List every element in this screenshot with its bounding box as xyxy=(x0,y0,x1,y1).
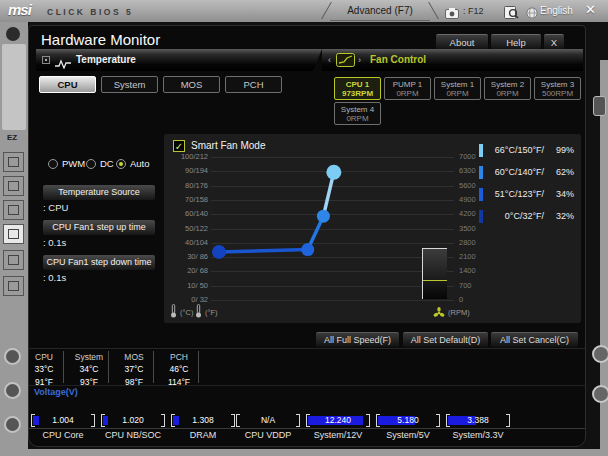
tab-mos[interactable]: MOS xyxy=(163,76,220,93)
fan-footer-buttons: All Full Speed(F)All Set Default(D)All S… xyxy=(29,332,585,348)
sidebar-bios-icon[interactable] xyxy=(3,276,24,296)
radio-circle-icon xyxy=(86,159,96,169)
advanced-mode-button[interactable]: Advanced (F7) xyxy=(330,0,430,21)
temp-sensor-name: PCH xyxy=(159,352,199,362)
right-edge-knob xyxy=(592,345,608,363)
tab-system[interactable]: System xyxy=(101,76,158,93)
voltage-section-title: Voltage(V) xyxy=(34,387,78,397)
divider xyxy=(29,385,585,386)
top-bar: msi CLICK BIOS 5 Advanced (F7) : F12 Eng… xyxy=(0,0,608,22)
step-down-time-button[interactable]: CPU Fan1 step down time xyxy=(43,255,155,270)
camera-icon[interactable] xyxy=(445,5,459,23)
sidebar-monitor-icon[interactable] xyxy=(3,152,24,172)
fan-curve-point-2[interactable] xyxy=(301,243,314,256)
globe-icon[interactable] xyxy=(526,5,538,23)
rpm-indicator-bar xyxy=(422,248,447,299)
fan-name: System 3 xyxy=(535,80,580,89)
sidebar-dial-icon xyxy=(4,348,21,365)
divider xyxy=(108,351,109,383)
search-icon[interactable] xyxy=(504,5,519,23)
fan-rpm: 973RPM xyxy=(335,89,380,98)
fan-curve-point-1[interactable] xyxy=(212,245,226,259)
tab-cpu[interactable]: CPU xyxy=(39,76,96,93)
dialog-close-button[interactable]: X xyxy=(544,34,564,49)
sidebar-fan-icon[interactable] xyxy=(3,224,24,244)
temp-celsius-value: 46°C xyxy=(159,364,199,374)
voltage-value: 1.020 xyxy=(102,414,164,427)
temperature-source-value: : CPU xyxy=(43,202,68,213)
temp-column-system: System34°C93°F xyxy=(69,352,109,387)
fan-rpm: 0RPM xyxy=(435,89,480,98)
radio-auto[interactable]: Auto xyxy=(116,154,150,166)
fan-rpm: 0RPM xyxy=(335,114,380,123)
sidebar-keyboard-icon[interactable] xyxy=(3,176,24,196)
divider xyxy=(198,351,199,383)
sidebar-drive-icon[interactable] xyxy=(3,200,24,220)
sidebar-board-icon[interactable] xyxy=(3,250,24,270)
temperature-source-button[interactable]: Temperature Source xyxy=(43,185,155,200)
footer-button-all-set-default-d-[interactable]: All Set Default(D) xyxy=(403,332,488,347)
footer-button-all-set-cancel-c-[interactable]: All Set Cancel(C) xyxy=(491,332,578,347)
step-up-time-button[interactable]: CPU Fan1 step up time xyxy=(43,220,155,235)
fan-button-system-2[interactable]: System 20RPM xyxy=(484,77,531,100)
temperature-section-header[interactable]: Temperature xyxy=(36,49,322,71)
fan-button-cpu-1[interactable]: CPU 1973RPM xyxy=(334,77,381,100)
temp-celsius-value: 33°C xyxy=(24,364,64,374)
tab-pch[interactable]: PCH xyxy=(225,76,282,93)
ez-mode-label: EZ xyxy=(7,133,17,142)
fan-button-system-1[interactable]: System 10RPM xyxy=(434,77,481,100)
celsius-unit-label: (°C) xyxy=(180,308,193,317)
temp-sensor-name: CPU xyxy=(24,352,64,362)
curve-table-row: 0°C/32°F/32% xyxy=(164,209,581,225)
fan-curve-icon xyxy=(336,53,355,71)
right-edge-slot xyxy=(593,96,606,116)
phone-icon xyxy=(6,27,20,41)
radio-pwm[interactable]: PWM xyxy=(48,154,85,166)
msi-logo: msi xyxy=(8,1,31,18)
temp-celsius-value: 34°C xyxy=(69,364,109,374)
radio-dc[interactable]: DC xyxy=(86,154,114,166)
fan-control-section-header[interactable]: ‹ › Fan Control xyxy=(322,49,583,71)
fan-button-pump-1[interactable]: PUMP 10RPM xyxy=(384,77,431,100)
language-selector[interactable]: English xyxy=(540,5,573,16)
curve-table-row: 51°C/123°F/34% xyxy=(164,187,581,203)
curve-table-row: 60°C/140°F/62% xyxy=(164,165,581,181)
temperature-section-label: Temperature xyxy=(76,54,136,65)
fan-selector-grid: CPU 1973RPMPUMP 10RPMSystem 10RPMSystem … xyxy=(334,77,584,127)
voltage-label: CPU Core xyxy=(23,430,103,440)
step-down-time-value: : 0.1s xyxy=(43,272,66,283)
fan-button-system-4[interactable]: System 40RPM xyxy=(334,102,381,125)
sidebar-dial-icon xyxy=(4,416,21,433)
voltage-label: CPU NB/SOC xyxy=(93,430,173,440)
curve-temp-label: 0°C/32°F/ xyxy=(489,211,544,221)
hardware-monitor-dialog: Hardware Monitor About Help X Temperatur… xyxy=(28,25,586,447)
temp-axis-tick: 30/ 86 xyxy=(166,252,208,261)
fan-button-system-3[interactable]: System 3500RPM xyxy=(534,77,581,100)
background-sidebar: EZ xyxy=(0,22,28,456)
curve-duty-percent: 32% xyxy=(547,211,574,221)
bios-screen: msi CLICK BIOS 5 Advanced (F7) : F12 Eng… xyxy=(0,0,608,456)
prev-section-icon[interactable]: ‹ xyxy=(328,55,331,65)
voltage-label: System/12V xyxy=(298,430,378,440)
fan-name: CPU 1 xyxy=(335,80,380,89)
close-bios-icon[interactable]: ✕ xyxy=(585,2,596,17)
voltage-gauge-cpu-nb-soc: 1.020 xyxy=(101,414,165,427)
voltage-value: 1.004 xyxy=(32,414,94,427)
voltage-label: CPU VDDP xyxy=(228,430,308,440)
next-section-icon[interactable]: › xyxy=(358,55,361,65)
right-edge-knob xyxy=(592,385,608,403)
about-button[interactable]: About xyxy=(436,34,488,49)
footer-button-all-full-speed-f-[interactable]: All Full Speed(F) xyxy=(316,332,399,347)
temp-column-mos: MOS37°C98°F xyxy=(114,352,154,387)
help-button[interactable]: Help xyxy=(491,34,541,49)
voltage-label: System/5V xyxy=(368,430,448,440)
dialog-title: Hardware Monitor xyxy=(41,31,160,48)
fan-name: System 4 xyxy=(335,105,380,114)
curve-temp-label: 60°C/140°F/ xyxy=(489,167,544,177)
voltage-value: N/A xyxy=(237,414,299,427)
curve-color-bar xyxy=(479,188,483,201)
voltage-gauge-cpu-core: 1.004 xyxy=(31,414,95,427)
fan-curve-segment xyxy=(219,250,308,252)
thermometer-icon xyxy=(170,304,177,322)
voltage-value: 3.388 xyxy=(447,414,509,427)
